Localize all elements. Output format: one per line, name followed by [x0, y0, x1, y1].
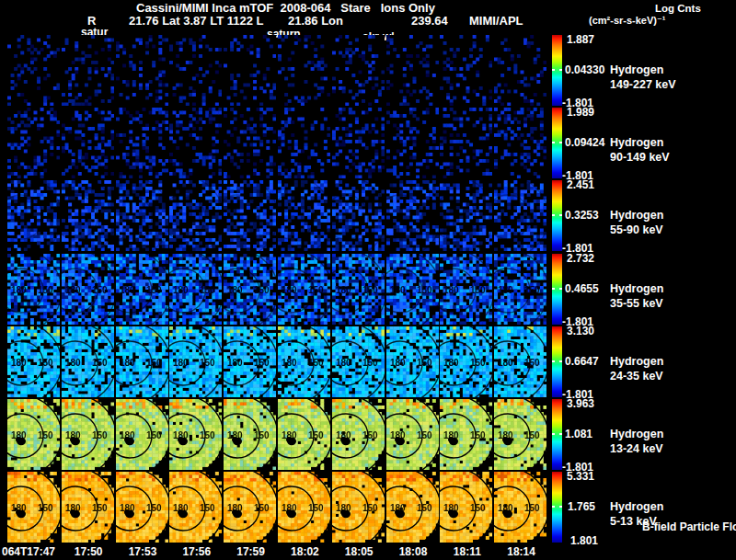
skymap-panel	[7, 472, 60, 543]
colorbar-max-value: 1.989	[567, 107, 594, 119]
skymap-panel	[386, 326, 439, 397]
skymap-panel	[440, 108, 492, 178]
energy-row-3: 2.7320.4655-1.801Hydrogen35-55 keV	[0, 254, 736, 326]
skymap-panel	[332, 326, 385, 397]
skymap-panel	[494, 399, 546, 470]
skymap-panel	[116, 472, 168, 543]
colorbar-max-value: 3.130	[567, 326, 594, 337]
skymap-panel	[278, 180, 330, 251]
skymap-panel	[116, 399, 168, 470]
species-name: Hydrogen	[610, 499, 663, 514]
colorbar-max-value: 2.451	[567, 179, 594, 191]
colorbar-units-title: Log Cnts	[655, 3, 701, 14]
time-tick-label: 18:02	[282, 546, 327, 558]
colorbar	[552, 35, 562, 106]
colorbar-mid-tick	[552, 433, 555, 435]
colorbar-mid-tick	[559, 506, 562, 508]
colorbar-mid-value: 1.765	[568, 501, 595, 513]
colorbar-mid-tick	[559, 214, 562, 216]
skymap-panel	[386, 108, 439, 178]
skymap-panel	[169, 35, 222, 106]
energy-row-0: 1.8870.04330-1.801Hydrogen149-227 keV	[0, 35, 736, 108]
colorbar-mid-value: 0.6647	[565, 356, 599, 368]
colorbar-mid-tick	[552, 360, 555, 362]
energy-row-5: 3.9631.081-1.801Hydrogen13-24 keV	[0, 399, 736, 472]
skymap-panel	[332, 472, 385, 543]
time-tick-label: 18:05	[337, 546, 381, 558]
skymap-panel	[116, 108, 168, 178]
skymap-panel	[224, 108, 276, 178]
energy-range: 24-35 keV	[610, 369, 663, 383]
time-tick-label: 18:14	[500, 546, 544, 558]
species-name: Hydrogen	[610, 427, 663, 441]
skymap-panel	[386, 254, 439, 325]
time-tick-label: 17:56	[175, 546, 219, 558]
skymap-panel	[224, 326, 276, 397]
colorbar-units: (cm²-sr-s-keV)⁻¹	[589, 16, 665, 27]
skymap-panel	[62, 399, 114, 470]
instrument-label: MIMI/APL	[469, 15, 523, 28]
colorbar-max-value: 5.331	[567, 471, 594, 483]
energy-range: 35-55 keV	[610, 296, 663, 311]
colorbar-mid-value: 1.081	[565, 429, 592, 440]
skymap-panel	[224, 472, 276, 543]
skymap-panel	[7, 180, 60, 251]
skymap-panel	[169, 399, 222, 470]
energy-range: 90-149 keV	[610, 150, 670, 165]
skymap-panel	[62, 35, 114, 106]
energy-range: 13-24 keV	[610, 441, 663, 456]
skymap-panel	[332, 399, 385, 470]
skymap-panel	[278, 35, 330, 106]
species-name: Hydrogen	[610, 135, 670, 150]
energy-row-2: 2.4510.3253-1.801Hydrogen55-90 keV	[0, 180, 736, 253]
skymap-panel	[386, 472, 439, 543]
skymap-panel	[62, 326, 114, 397]
skymap-panel	[169, 180, 222, 251]
energy-band-label: Hydrogen24-35 keV	[610, 354, 663, 383]
species-name: Hydrogen	[610, 281, 663, 296]
skymap-panel	[440, 399, 492, 470]
time-tick-label: 17:59	[229, 546, 273, 558]
time-tick-label: 18:11	[445, 546, 489, 558]
energy-band-label: Hydrogen35-55 keV	[610, 281, 663, 311]
bfield-particle-flow-label: B-field Particle Flow	[642, 521, 736, 533]
skymap-panel	[278, 326, 330, 397]
colorbar-mid-value: 0.3253	[565, 210, 599, 222]
energy-row-6: 5.3311.7651.801Hydrogen5-13 keV	[0, 472, 736, 544]
skymap-panel	[494, 180, 546, 251]
colorbar-mid-tick	[559, 288, 562, 290]
colorbar-max-value: 2.732	[567, 253, 594, 265]
mimi-inca-display: Cassini/MIMI Inca mTOF 2008-064 Stare Io…	[0, 0, 736, 560]
colorbar	[552, 399, 562, 470]
colorbar-mid-value: 0.04330	[565, 64, 604, 76]
colorbar-max-value: 3.963	[567, 398, 594, 410]
colorbar-mid-value: 0.09424	[565, 137, 604, 149]
species-name: Hydrogen	[610, 63, 676, 77]
page-title: Cassini/MIMI Inca mTOF 2008-064 Stare Io…	[136, 2, 435, 15]
skymap-panel	[116, 326, 168, 397]
skymap-panel	[278, 472, 330, 543]
skymap-panel	[169, 254, 222, 325]
time-tick-label: 17:50	[66, 546, 110, 558]
skymap-panel	[278, 254, 330, 325]
time-tick-label: 064T17:47	[2, 546, 55, 558]
skymap-panel	[440, 35, 492, 106]
colorbar	[552, 254, 562, 325]
colorbar-mid-tick	[552, 214, 555, 216]
ephemeris-orbit-values: 21.76 Lat 3.87 LT 1122 L	[129, 15, 263, 28]
species-name: Hydrogen	[610, 208, 663, 223]
skymap-panel	[62, 472, 114, 543]
colorbar-mid-tick	[552, 69, 555, 71]
skymap-panel	[224, 180, 276, 251]
skymap-panel	[169, 108, 222, 178]
skymap-panel	[332, 108, 385, 178]
skymap-panel	[224, 254, 276, 325]
skymap-panel	[278, 108, 330, 178]
skymap-panel	[62, 254, 114, 325]
species-name: Hydrogen	[610, 354, 663, 369]
skymap-panel	[332, 35, 385, 106]
energy-range: 149-227 keV	[610, 77, 676, 92]
skymap-panel	[116, 254, 168, 325]
skymap-panel	[440, 254, 492, 325]
skymap-panel	[386, 399, 439, 470]
